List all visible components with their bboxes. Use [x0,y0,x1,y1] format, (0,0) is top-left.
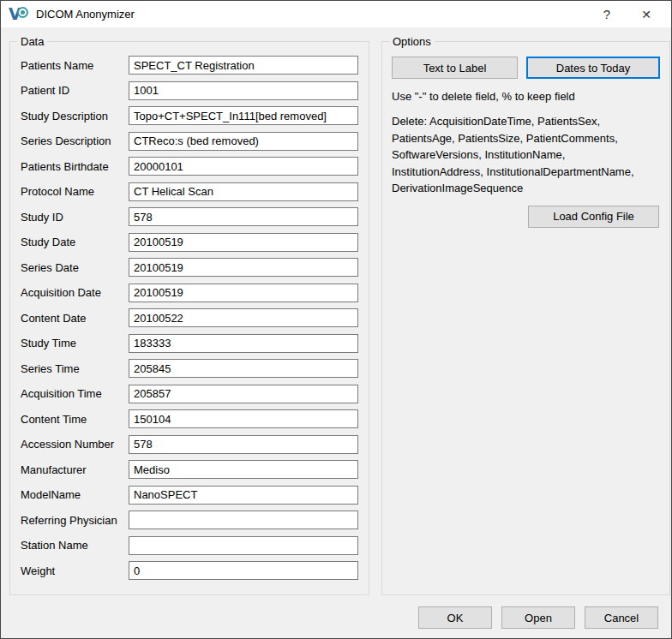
form-field-row: Acquisition Date [21,284,358,302]
open-button[interactable]: Open [501,606,575,629]
field-input-content-time[interactable] [129,409,358,428]
field-label: Acquisition Time [21,387,129,400]
dicom-anonymizer-dialog: V DICOM Anonymizer ? ✕ Data Patients Nam… [0,0,672,639]
field-label: Patients Name [21,59,129,72]
form-field-row: Station Name [21,536,358,555]
form-field-row: Patients Birthdate [21,157,358,176]
window-title: DICOM Anonymizer [36,8,135,21]
field-input-study-description[interactable] [129,106,358,125]
field-input-modelname[interactable] [129,486,358,505]
field-label: Series Date [21,261,129,274]
field-label: Series Description [21,134,129,147]
form-field-row: Study Time [21,334,358,353]
form-field-row: Acquisition Time [21,385,358,403]
form-field-row: Content Date [21,308,358,327]
field-input-referring-physician[interactable] [129,511,358,529]
field-label: Study Description [21,110,129,122]
titlebar: V DICOM Anonymizer ? ✕ [1,1,671,27]
field-input-study-id[interactable] [129,207,358,226]
field-label: Weight [21,564,129,577]
form-field-row: Series Time [21,359,358,378]
form-field-row: Protocol Name [21,182,358,201]
field-input-patients-birthdate[interactable] [129,157,358,176]
close-button[interactable]: ✕ [627,1,666,27]
field-input-manufacturer[interactable] [129,460,358,479]
field-input-protocol-name[interactable] [129,182,358,201]
form-field-row: Content Time [21,409,358,428]
field-input-series-description[interactable] [129,132,358,151]
field-input-series-time[interactable] [129,359,358,378]
form-field-row: Study Date [21,233,358,252]
form-field-row: Series Description [21,132,358,151]
field-label: Manufacturer [21,463,129,476]
field-label: Referring Physician [21,514,129,527]
field-label: Station Name [21,539,129,552]
form-field-row: ModelName [21,486,358,505]
field-label: Protocol Name [21,185,129,198]
field-syntax-hint: Use "-" to delete field, % to keep field [392,90,660,103]
field-label: Patient ID [21,84,129,97]
field-input-patient-id[interactable] [129,81,358,100]
field-input-study-date[interactable] [129,233,358,252]
dates-to-today-button[interactable]: Dates to Today [526,57,660,79]
field-input-station-name[interactable] [129,536,358,555]
field-label: Content Date [21,312,129,325]
field-input-weight[interactable] [129,561,358,580]
cancel-button[interactable]: Cancel [585,606,658,629]
field-label: Content Time [21,413,129,426]
app-logo-icon: V [9,6,31,23]
text-to-label-button[interactable]: Text to Label [392,57,518,79]
field-label: Patients Birthdate [21,160,129,173]
form-field-row: Referring Physician [21,511,358,529]
dialog-footer: OK Open Cancel [418,606,658,629]
form-field-row: Manufacturer [21,460,358,479]
field-input-accession-number[interactable] [129,435,358,454]
form-field-row: Patient ID [21,81,358,100]
field-input-study-time[interactable] [129,334,358,353]
field-input-acquisition-date[interactable] [129,284,358,302]
form-field-row: Study ID [21,207,358,226]
form-field-row: Study Description [21,106,358,125]
data-group: Data Patients Name Patient ID Study Desc… [9,35,369,595]
field-label: Study Time [21,337,129,349]
field-label: Acquisition Date [21,286,129,299]
field-input-acquisition-time[interactable] [129,385,358,403]
form-field-row: Weight [21,561,358,580]
form-field-row: Accession Number [21,435,358,454]
help-button[interactable]: ? [587,1,627,27]
delete-fields-info: Delete: AcquisitionDateTime, PatientsSex… [392,113,656,197]
options-group-title: Options [389,35,435,48]
ok-button[interactable]: OK [418,606,492,629]
field-label: ModelName [21,488,129,501]
field-label: Series Time [21,362,129,375]
field-input-patients-name[interactable] [129,56,358,75]
load-config-file-button[interactable]: Load Config File [528,206,659,228]
field-input-series-date[interactable] [129,258,358,277]
field-input-content-date[interactable] [129,308,358,327]
options-group: Options Text to Label Dates to Today Use… [381,35,670,595]
field-label: Study ID [21,211,129,224]
data-group-title: Data [17,35,47,48]
form-field-row: Patients Name [21,56,358,75]
form-field-row: Series Date [21,258,358,277]
field-label: Accession Number [21,438,129,451]
field-label: Study Date [21,236,129,248]
data-fields: Patients Name Patient ID Study Descripti… [10,56,369,580]
